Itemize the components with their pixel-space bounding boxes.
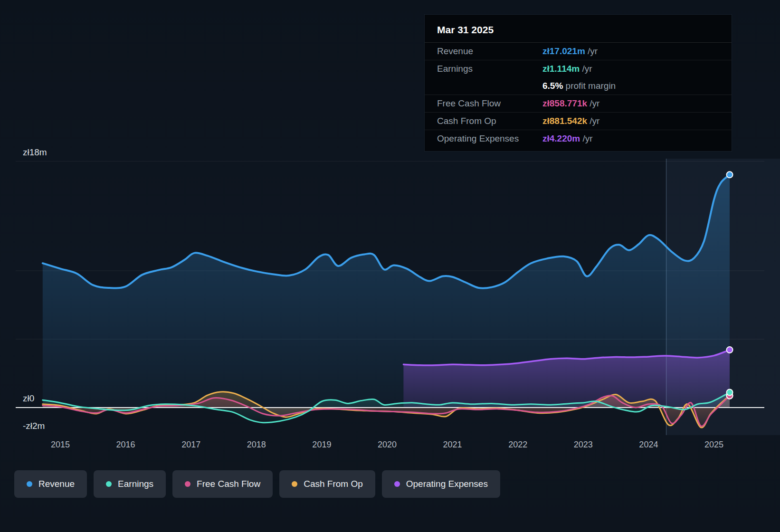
tooltip-row: Free Cash Flowzł858.771k /yr — [425, 95, 732, 113]
tooltip-row: Revenuezł17.021m /yr — [425, 43, 732, 60]
tooltip-row-label: Operating Expenses — [437, 133, 542, 144]
free-cash-flow-legend-dot-icon — [185, 481, 190, 487]
legend-item-label: Free Cash Flow — [197, 479, 260, 489]
series-endpoint-operating-expenses — [727, 347, 733, 353]
legend-item-label: Cash From Op — [304, 479, 363, 489]
tooltip-row-label: Revenue — [437, 46, 542, 57]
tooltip-row: Earningszł1.114m /yr — [425, 60, 732, 77]
tooltip-row-value: zł1.114m /yr — [542, 64, 719, 74]
x-tick-2022: 2022 — [508, 440, 527, 450]
tooltip-row-value: zł858.771k /yr — [542, 98, 719, 109]
tooltip-row-value: zł881.542k /yr — [542, 116, 719, 126]
earnings-legend-dot-icon — [106, 481, 112, 487]
legend-item-operating-expenses[interactable]: Operating Expenses — [382, 470, 500, 498]
tooltip-row-label: Earnings — [437, 64, 542, 74]
chart-tooltip: Mar 31 2025 Revenuezł17.021m /yrEarnings… — [424, 14, 732, 152]
tooltip-date: Mar 31 2025 — [425, 18, 732, 43]
tooltip-row-value: 6.5% profit margin — [542, 81, 719, 91]
legend-item-cash-from-op[interactable]: Cash From Op — [279, 470, 375, 498]
operating-expenses-legend-dot-icon — [394, 481, 400, 487]
tooltip-row-label: Cash From Op — [437, 116, 542, 126]
tooltip-row-label: Free Cash Flow — [437, 98, 542, 109]
tooltip-row-value: zł4.220m /yr — [542, 133, 719, 144]
x-tick-2020: 2020 — [378, 440, 397, 450]
tooltip-row: 6.5% profit margin — [425, 77, 732, 95]
x-tick-2024: 2024 — [639, 440, 658, 450]
x-tick-2016: 2016 — [116, 440, 135, 450]
series-endpoint-earnings — [727, 390, 733, 396]
x-tick-2017: 2017 — [181, 440, 200, 450]
tooltip-row: Operating Expenseszł4.220m /yr — [425, 130, 732, 147]
series-endpoint-revenue — [727, 171, 733, 178]
legend-item-revenue[interactable]: Revenue — [14, 470, 87, 498]
tooltip-row-value: zł17.021m /yr — [542, 46, 719, 57]
y-tick-label: zł0 — [23, 393, 34, 404]
x-tick-2021: 2021 — [443, 440, 462, 450]
revenue-legend-dot-icon — [27, 481, 32, 487]
tooltip-row: Cash From Opzł881.542k /yr — [425, 113, 732, 130]
y-tick-label: -zł2m — [23, 421, 45, 431]
x-tick-2018: 2018 — [247, 440, 266, 450]
cash-from-op-legend-dot-icon — [292, 481, 297, 487]
y-tick-label: zł18m — [23, 147, 47, 158]
app-root: zł18mzł0-zł2m 20152016201720182019202020… — [0, 0, 780, 532]
x-tick-2019: 2019 — [312, 440, 331, 450]
legend-item-free-cash-flow[interactable]: Free Cash Flow — [172, 470, 273, 498]
x-tick-2023: 2023 — [574, 440, 593, 450]
chart-legend: RevenueEarningsFree Cash FlowCash From O… — [14, 470, 500, 498]
x-tick-2025: 2025 — [704, 440, 723, 450]
x-tick-2015: 2015 — [51, 440, 70, 450]
tooltip-rows: Revenuezł17.021m /yrEarningszł1.114m /yr… — [425, 43, 732, 147]
legend-item-label: Earnings — [118, 479, 153, 489]
legend-item-label: Operating Expenses — [406, 479, 488, 489]
legend-item-earnings[interactable]: Earnings — [94, 470, 166, 498]
legend-item-label: Revenue — [38, 479, 75, 489]
